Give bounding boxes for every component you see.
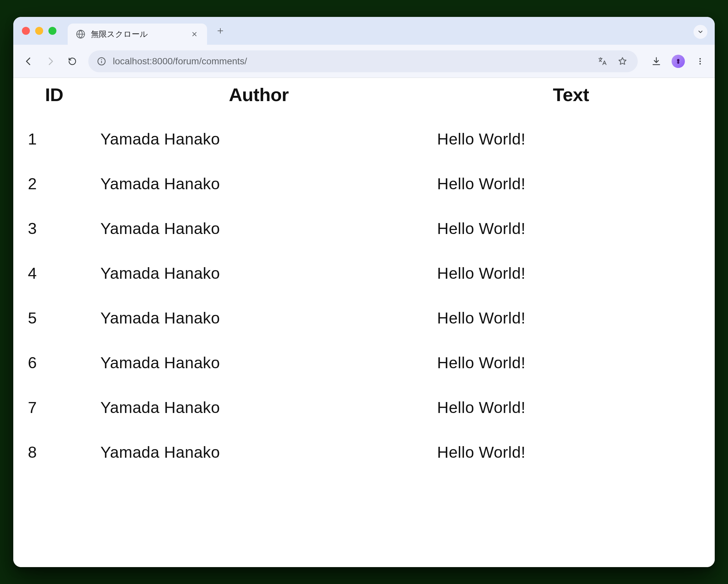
cell-id: 2 (13, 161, 90, 206)
back-button[interactable] (19, 52, 38, 71)
window-controls (22, 27, 56, 35)
cell-id: 4 (13, 251, 90, 296)
cell-author: Yamada Hanako (90, 206, 427, 251)
downloads-icon[interactable] (648, 53, 665, 70)
svg-point-4 (699, 58, 701, 59)
cell-author: Yamada Hanako (90, 296, 427, 340)
cell-author: Yamada Hanako (90, 385, 427, 430)
table-header-row: ID Author Text (13, 78, 715, 117)
cell-text: Hello World! (427, 430, 715, 475)
cell-text: Hello World! (427, 117, 715, 161)
profile-avatar[interactable] (670, 53, 687, 70)
url-host: localhost: (113, 56, 152, 66)
chevron-down-icon[interactable] (694, 25, 707, 39)
header-text: Text (427, 78, 715, 117)
table-row: 7Yamada HanakoHello World! (13, 385, 715, 430)
tab-close-button[interactable] (190, 29, 199, 39)
cell-author: Yamada Hanako (90, 117, 427, 161)
url-text: localhost:8000/forum/comments/ (113, 56, 247, 66)
tab-title: 無限スクロール (91, 29, 184, 39)
cell-text: Hello World! (427, 206, 715, 251)
window-zoom-button[interactable] (48, 27, 56, 35)
forward-button[interactable] (41, 52, 60, 71)
cell-id: 3 (13, 206, 90, 251)
header-id: ID (13, 78, 90, 117)
translate-icon[interactable] (596, 55, 609, 68)
cell-text: Hello World! (427, 340, 715, 385)
cell-text: Hello World! (427, 385, 715, 430)
page-viewport[interactable]: ID Author Text 1Yamada HanakoHello World… (13, 78, 715, 567)
svg-point-5 (699, 60, 701, 62)
table-row: 1Yamada HanakoHello World! (13, 117, 715, 161)
table-row: 6Yamada HanakoHello World! (13, 340, 715, 385)
browser-toolbar: localhost:8000/forum/comments/ (13, 45, 715, 78)
table-row: 3Yamada HanakoHello World! (13, 206, 715, 251)
table-row: 4Yamada HanakoHello World! (13, 251, 715, 296)
table-row: 8Yamada HanakoHello World! (13, 430, 715, 475)
bookmark-star-icon[interactable] (616, 55, 629, 68)
svg-point-6 (699, 63, 701, 64)
window-close-button[interactable] (22, 27, 30, 35)
cell-id: 6 (13, 340, 90, 385)
cell-author: Yamada Hanako (90, 340, 427, 385)
url-path: 8000/forum/comments/ (152, 56, 247, 66)
browser-tab[interactable]: 無限スクロール (68, 24, 207, 45)
site-info-icon[interactable] (97, 57, 106, 66)
cell-text: Hello World! (427, 296, 715, 340)
cell-id: 5 (13, 296, 90, 340)
cell-author: Yamada Hanako (90, 251, 427, 296)
new-tab-button[interactable] (212, 23, 228, 39)
window-minimize-button[interactable] (35, 27, 43, 35)
globe-icon (76, 29, 86, 39)
browser-menu-icon[interactable] (692, 53, 709, 70)
svg-point-3 (101, 59, 102, 60)
cell-text: Hello World! (427, 251, 715, 296)
cell-author: Yamada Hanako (90, 430, 427, 475)
comments-table: ID Author Text 1Yamada HanakoHello World… (13, 78, 715, 475)
reload-button[interactable] (63, 52, 82, 71)
table-row: 5Yamada HanakoHello World! (13, 296, 715, 340)
table-row: 2Yamada HanakoHello World! (13, 161, 715, 206)
cell-id: 7 (13, 385, 90, 430)
cell-text: Hello World! (427, 161, 715, 206)
cell-id: 1 (13, 117, 90, 161)
header-author: Author (90, 78, 427, 117)
address-bar[interactable]: localhost:8000/forum/comments/ (88, 50, 638, 72)
cell-author: Yamada Hanako (90, 161, 427, 206)
browser-window: 無限スクロール (13, 17, 715, 567)
cell-id: 8 (13, 430, 90, 475)
tab-strip: 無限スクロール (13, 17, 715, 45)
avatar-icon (672, 55, 685, 68)
